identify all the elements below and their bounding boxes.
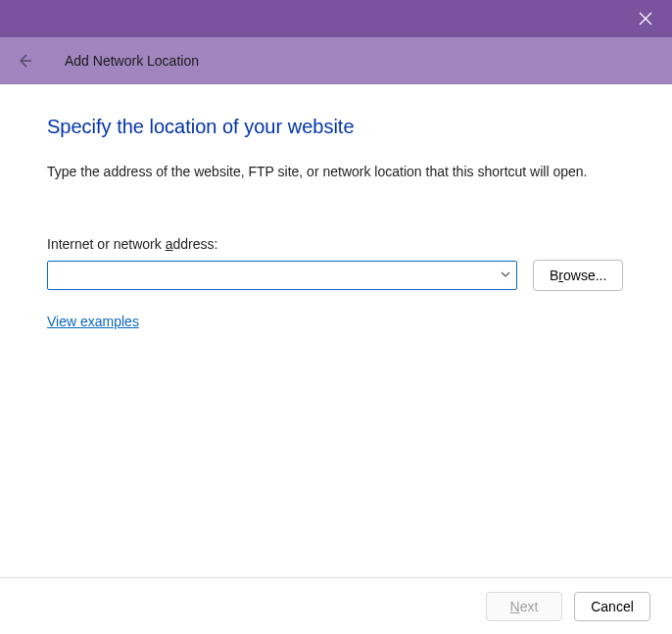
close-icon[interactable] (639, 12, 652, 25)
address-row: Browse... (47, 260, 625, 291)
page-title: Specify the location of your website (47, 116, 625, 138)
browse-button[interactable]: Browse... (533, 260, 623, 291)
page-description: Type the address of the website, FTP sit… (47, 164, 625, 179)
address-label-pre: Internet or network (47, 236, 166, 252)
browse-pre: B (550, 268, 558, 283)
wizard-content: Specify the location of your website Typ… (0, 84, 672, 577)
next-button: Next (486, 592, 562, 621)
address-label: Internet or network address: (47, 236, 625, 252)
address-input[interactable] (47, 261, 517, 290)
address-combobox[interactable] (47, 261, 517, 290)
next-post: ext (520, 599, 539, 614)
cancel-button[interactable]: Cancel (574, 592, 650, 621)
wizard-title: Add Network Location (65, 53, 199, 69)
address-label-post: ddress: (172, 236, 217, 252)
wizard-footer: Next Cancel (0, 577, 672, 634)
view-examples-link[interactable]: View examples (47, 314, 139, 329)
back-icon[interactable] (16, 52, 33, 70)
titlebar (0, 0, 672, 37)
browse-post: owse... (563, 268, 606, 283)
next-key: N (510, 599, 520, 614)
wizard-header: Add Network Location (0, 37, 672, 84)
